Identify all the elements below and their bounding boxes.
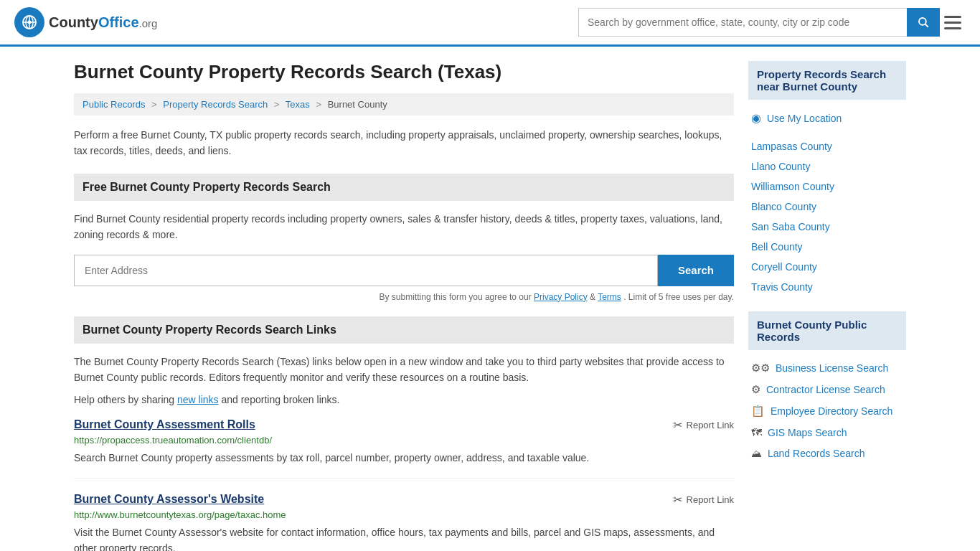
sidebar-employee-directory[interactable]: 📋 Employee Directory Search (748, 400, 906, 422)
privacy-policy-link[interactable]: Privacy Policy (534, 292, 588, 302)
global-search-container (578, 8, 966, 37)
breadcrumb-texas[interactable]: Texas (286, 99, 310, 110)
intro-text: Perform a free Burnet County, TX public … (74, 127, 734, 159)
record-url[interactable]: https://propaccess.trueautomation.com/cl… (74, 435, 734, 446)
record-title[interactable]: Burnet County Assessor's Website (74, 493, 264, 506)
scissors-icon: ✂ (673, 493, 682, 507)
free-search-heading: Free Burnet County Property Records Sear… (74, 174, 734, 201)
sidebar-item-lampasas[interactable]: Lampasas County (748, 136, 906, 156)
record-description: Search Burnet County property assessment… (74, 450, 734, 466)
address-input[interactable] (74, 255, 658, 286)
scissors-icon: ✂ (673, 418, 682, 432)
logo-text: CountyOffice.org (49, 14, 157, 31)
sidebar-item-san-saba[interactable]: San Saba County (748, 217, 906, 237)
sidebar-item-travis[interactable]: Travis County (748, 277, 906, 297)
record-card: Burnet County Assessment Rolls ✂ Report … (74, 418, 734, 478)
sidebar-item-coryell[interactable]: Coryell County (748, 257, 906, 277)
header: CountyOffice.org (0, 0, 980, 47)
breadcrumb-current: Burnet County (328, 99, 387, 110)
breadcrumb-public-records[interactable]: Public Records (83, 99, 145, 110)
record-title[interactable]: Burnet County Assessment Rolls (74, 418, 255, 431)
address-search-form: Search (74, 255, 734, 286)
gear-icon: ⚙⚙ (751, 362, 770, 375)
breadcrumb: Public Records > Property Records Search… (74, 93, 734, 116)
global-search-input[interactable] (578, 8, 907, 37)
sidebar-contractor-license[interactable]: ⚙ Contractor License Search (748, 379, 906, 400)
sidebar-item-blanco[interactable]: Blanco County (748, 197, 906, 217)
logo-icon (14, 7, 44, 37)
page-title: Burnet County Property Records Search (T… (74, 61, 734, 83)
svg-point-6 (919, 18, 926, 25)
record-description: Visit the Burnet County Assessor's websi… (74, 524, 734, 551)
sidebar-business-license[interactable]: ⚙⚙ Business License Search (748, 357, 906, 379)
record-card: Burnet County Assessor's Website ✂ Repor… (74, 493, 734, 551)
svg-line-7 (925, 24, 928, 27)
links-section-heading: Burnet County Property Records Search Li… (74, 316, 734, 344)
records-list: Burnet County Assessment Rolls ✂ Report … (74, 418, 734, 551)
sidebar-gis-maps[interactable]: 🗺 GIS Maps Search (748, 422, 906, 443)
terms-link[interactable]: Terms (598, 292, 621, 302)
free-search-description: Find Burnet County residential property … (74, 211, 734, 243)
report-link-label: Report Link (687, 494, 734, 505)
book-icon: 📋 (751, 405, 765, 418)
new-links-link[interactable]: new links (177, 394, 219, 405)
disclaimer-text: By submitting this form you agree to our (380, 292, 534, 302)
public-records-section-header: Burnet County Public Records (748, 311, 906, 350)
breadcrumb-property-search[interactable]: Property Records Search (163, 99, 268, 110)
use-my-location-link[interactable]: ◉ Use My Location (748, 107, 906, 129)
map-icon: 🗺 (751, 426, 762, 438)
address-search-button[interactable]: Search (658, 255, 734, 286)
gear2-icon: ⚙ (751, 383, 760, 396)
share-links-text: Help others by sharing new links and rep… (74, 394, 734, 405)
logo-area: CountyOffice.org (14, 7, 157, 37)
record-card-header: Burnet County Assessor's Website ✂ Repor… (74, 493, 734, 507)
report-link-button[interactable]: ✂ Report Link (673, 493, 734, 507)
sidebar-item-williamson[interactable]: Williamson County (748, 176, 906, 197)
global-search-button[interactable] (907, 8, 940, 37)
sidebar-land-records[interactable]: ⛰ Land Records Search (748, 443, 906, 463)
record-card-header: Burnet County Assessment Rolls ✂ Report … (74, 418, 734, 432)
sidebar-item-llano[interactable]: Llano County (748, 156, 906, 176)
form-disclaimer: By submitting this form you agree to our… (74, 292, 734, 302)
nearby-section-header: Property Records Search near Burnet Coun… (748, 61, 906, 100)
content-area: Burnet County Property Records Search (T… (74, 61, 734, 551)
sidebar: Property Records Search near Burnet Coun… (748, 61, 906, 551)
land-icon: ⛰ (751, 447, 762, 459)
sidebar-item-bell[interactable]: Bell County (748, 237, 906, 257)
disclaimer-suffix: . Limit of 5 free uses per day. (623, 292, 734, 302)
report-link-button[interactable]: ✂ Report Link (673, 418, 734, 432)
report-link-label: Report Link (687, 420, 734, 430)
location-icon: ◉ (751, 111, 761, 125)
links-description: The Burnet County Property Records Searc… (74, 354, 734, 386)
hamburger-menu-button[interactable] (940, 11, 966, 34)
main-container: Burnet County Property Records Search (T… (60, 47, 920, 551)
svg-point-5 (28, 21, 32, 24)
record-url[interactable]: http://www.burnetcountytexas.org/page/ta… (74, 509, 734, 520)
